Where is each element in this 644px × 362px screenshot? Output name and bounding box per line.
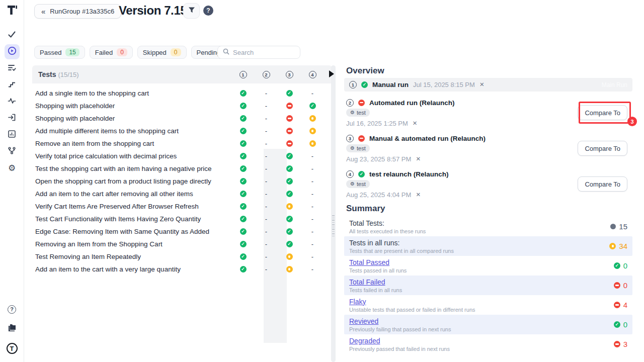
table-row[interactable]: Add an item to the cart with a very larg… (32, 263, 332, 276)
table-row[interactable]: Open the shopping cart from a product li… (32, 175, 332, 188)
filter-chip-failed[interactable]: Failed0 (90, 46, 133, 59)
empty-status: - (311, 177, 313, 185)
status-failed-icon (614, 302, 620, 308)
summary-label-link[interactable]: Revieved (349, 317, 451, 325)
summary-value: 0 (623, 261, 627, 270)
summary-value: 0 (623, 281, 627, 290)
summary-row-text: Total FailedTests failed in all runs (349, 278, 402, 293)
status-passed-icon (240, 103, 247, 109)
page-help-button[interactable] (203, 6, 213, 16)
run-item: 3Manual & automated run (Relaunch)testAu… (344, 134, 632, 163)
sidebar-item-settings[interactable]: ⚙ (5, 160, 20, 175)
filter-chip-skipped[interactable]: Skipped0 (137, 46, 187, 59)
divider-grip-handle[interactable] (332, 215, 335, 237)
sidebar-item-analytics[interactable] (5, 94, 20, 109)
test-name: Add an item to the cart after removing a… (32, 190, 231, 198)
collapse-panel-icon[interactable] (329, 70, 334, 77)
empty-status: - (311, 240, 313, 248)
compare-to-button[interactable]: Compare To (578, 141, 627, 156)
summary-subtext: Tests that are present in all compared r… (349, 248, 454, 254)
summary-subtext: All tests executed in these runs (349, 228, 426, 234)
status-passed-icon (240, 128, 247, 134)
run-name: Manual & automated run (Relaunch) (369, 135, 486, 142)
run-tag-label: test (357, 110, 366, 116)
status-cell (278, 238, 301, 250)
summary-value-group: 0 (614, 261, 627, 270)
back-to-rungroup-button[interactable]: « RunGroup #13a335c6 (34, 4, 121, 19)
compare-to-button[interactable]: Compare To (578, 176, 627, 192)
sidebar-item-import[interactable] (5, 111, 20, 126)
empty-status: - (265, 240, 267, 248)
column-header: 3 (278, 71, 301, 78)
status-passed-icon (286, 165, 293, 172)
empty-status: - (265, 215, 267, 223)
sidebar-item-runs[interactable] (5, 44, 20, 59)
compare-to-button[interactable]: Compare To (578, 105, 627, 120)
sidebar-item-tests[interactable] (5, 28, 20, 43)
sidebar-item-help[interactable] (5, 302, 20, 317)
close-icon[interactable] (479, 82, 485, 88)
sidebar-item-steps[interactable] (5, 77, 20, 93)
close-icon[interactable] (413, 121, 418, 127)
status-failed-icon (286, 140, 293, 147)
panel-divider[interactable] (331, 65, 336, 362)
status-cell (278, 175, 301, 188)
empty-status: - (311, 152, 313, 160)
overview-title: Overview (346, 66, 384, 76)
sidebar-item-profile[interactable]: T (5, 341, 20, 356)
table-row[interactable]: Verify Cart Items Are Preserved After Br… (32, 200, 332, 213)
run-date: Jul 16, 2025 1:25 PM (346, 120, 408, 127)
table-row[interactable]: Test Removing an Item Repeatedly-- (32, 250, 332, 263)
run-number: 4 (346, 170, 354, 178)
summary-label-link[interactable]: Flaky (349, 298, 475, 306)
status-cell (231, 150, 255, 162)
test-name: Test Removing an Item Repeatedly (32, 253, 231, 260)
empty-status: - (265, 140, 267, 147)
status-failed-icon (286, 128, 293, 134)
sidebar-item-docs[interactable] (5, 321, 20, 336)
filter-chip-passed[interactable]: Passed15 (34, 46, 85, 59)
table-row[interactable]: Verify total price calculation with deci… (32, 150, 332, 162)
summary-value-group: 3 (614, 340, 627, 348)
table-row[interactable]: Edge Case: Removing Item with Same Quant… (32, 225, 332, 238)
status-passed-icon (614, 321, 620, 328)
empty-status: - (265, 102, 267, 110)
summary-label-link[interactable]: Degraded (349, 337, 450, 345)
status-passed-icon (240, 241, 247, 247)
sidebar-item-reports[interactable] (5, 127, 20, 142)
summary-subtext: Tests passed in all runs (349, 267, 407, 274)
table-row[interactable]: Shopping with placeholder- (32, 112, 332, 125)
summary-label: Total Tests: (349, 219, 426, 227)
table-row[interactable]: Removing an Item from the Shopping Cart-… (32, 238, 332, 250)
test-name: Add an item to the cart with a very larg… (32, 265, 231, 273)
gear-icon (350, 110, 355, 115)
summary-row-text: Tests in all runs:Tests that are present… (349, 239, 454, 254)
search-input[interactable] (233, 49, 295, 56)
run-item-main[interactable]: 1 Manual run Jul 15, 2025 8:15 PM Main R… (344, 78, 632, 92)
status-skipped-icon (286, 266, 293, 273)
pulse-icon (8, 97, 16, 107)
table-row[interactable]: Add an item to the cart after removing a… (32, 188, 332, 200)
sidebar-item-plans[interactable] (5, 61, 20, 76)
status-failed-icon (614, 282, 620, 289)
summary-value-group: 0 (614, 281, 627, 290)
table-row[interactable]: Add a single item to the shopping cart-- (32, 87, 332, 100)
close-icon[interactable] (416, 192, 421, 198)
table-row[interactable]: Remove an item from the shopping cart- (32, 137, 332, 150)
table-row[interactable]: Test Cart Functionality with Items Havin… (32, 213, 332, 225)
summary-label-link[interactable]: Total Failed (349, 278, 402, 286)
table-row[interactable]: Shopping with placeholder- (32, 100, 332, 112)
status-passed-icon (240, 203, 247, 210)
gear-icon: ⚙ (8, 164, 16, 172)
table-row[interactable]: Add multiple different items to the shop… (32, 125, 332, 137)
status-passed-icon (358, 171, 365, 177)
summary-label-link[interactable]: Total Passed (349, 258, 407, 266)
filter-button[interactable] (183, 3, 200, 19)
filter-chip-label: Passed (40, 49, 61, 56)
folder-icon (8, 324, 17, 334)
close-icon[interactable] (416, 156, 421, 162)
table-row[interactable]: Test the shopping cart with an item havi… (32, 162, 332, 175)
test-name: Add a single item to the shopping cart (32, 89, 231, 97)
status-skipped-icon (309, 128, 316, 134)
sidebar-item-branches[interactable] (5, 144, 20, 159)
